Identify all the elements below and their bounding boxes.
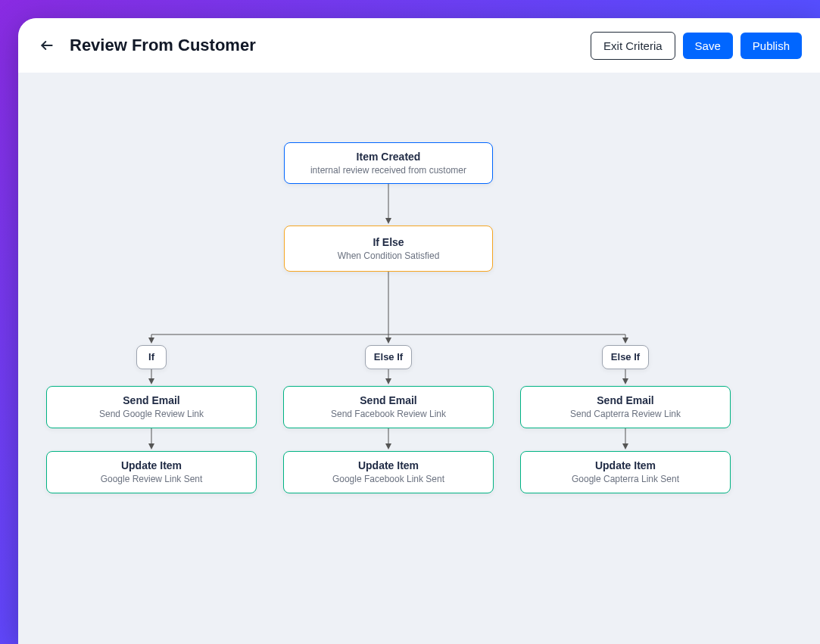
col3-a2-sub: Google Capterra Link Sent (572, 474, 679, 486)
col1-a2-sub: Google Review Link Sent (101, 474, 203, 486)
branch-elseif-1[interactable]: Else If (365, 345, 412, 369)
app-window: Review From Customer Exit Criteria Save … (18, 18, 820, 644)
col3-send-email[interactable]: Send Email Send Capterra Review Link (520, 386, 731, 428)
publish-button[interactable]: Publish (740, 33, 802, 59)
col2-a1-sub: Send Facebook Review Link (331, 409, 446, 421)
branch-if-label: If (148, 351, 154, 364)
col2-a2-title: Update Item (358, 459, 419, 472)
condition-node[interactable]: If Else When Condition Satisfied (284, 226, 493, 272)
trigger-node[interactable]: Item Created internal review received fr… (284, 142, 493, 184)
trigger-title: Item Created (357, 150, 421, 163)
exit-criteria-button[interactable]: Exit Criteria (591, 32, 675, 60)
trigger-subtitle: internal review received from customer (310, 165, 466, 177)
col3-a2-title: Update Item (595, 459, 656, 472)
col2-a2-sub: Google Facebook Link Sent (332, 474, 444, 486)
col3-update-item[interactable]: Update Item Google Capterra Link Sent (520, 451, 731, 493)
branch-elseif1-label: Else If (374, 351, 403, 364)
col3-a1-title: Send Email (597, 394, 653, 407)
col1-a1-title: Send Email (123, 394, 179, 407)
col1-a2-title: Update Item (121, 459, 182, 472)
col1-a1-sub: Send Google Review Link (99, 409, 204, 421)
condition-subtitle: When Condition Satisfied (338, 250, 440, 263)
arrow-left-icon (39, 38, 55, 53)
col1-update-item[interactable]: Update Item Google Review Link Sent (46, 451, 257, 493)
branch-elseif-2[interactable]: Else If (602, 345, 649, 369)
save-button[interactable]: Save (683, 33, 733, 59)
col2-send-email[interactable]: Send Email Send Facebook Review Link (283, 386, 494, 428)
col2-update-item[interactable]: Update Item Google Facebook Link Sent (283, 451, 494, 493)
header: Review From Customer Exit Criteria Save … (18, 18, 820, 73)
condition-title: If Else (373, 235, 404, 249)
col1-send-email[interactable]: Send Email Send Google Review Link (46, 386, 257, 428)
branch-if[interactable]: If (136, 345, 167, 369)
col3-a1-sub: Send Capterra Review Link (570, 409, 681, 421)
flow-canvas[interactable]: Item Created internal review received fr… (18, 73, 820, 644)
back-button[interactable] (36, 35, 58, 56)
col2-a1-title: Send Email (360, 394, 416, 407)
page-title: Review From Customer (70, 36, 583, 55)
branch-elseif2-label: Else If (611, 351, 640, 364)
